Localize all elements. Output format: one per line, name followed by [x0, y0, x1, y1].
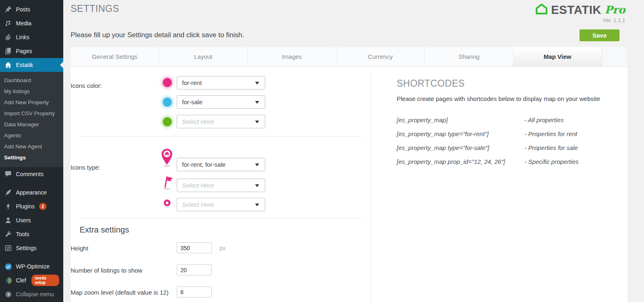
sidebar-item-label: WP-Optimize [16, 263, 49, 270]
submenu-item-dashboard[interactable]: Dashboard [0, 75, 63, 86]
select-placeholder: Select Here [182, 118, 214, 125]
map-zoom-level-input[interactable] [177, 286, 212, 298]
submenu-item-settings[interactable]: Settings [0, 152, 63, 163]
listings-count-label: Number of listings to show [71, 267, 142, 274]
tab-map-view[interactable]: Map View [513, 47, 602, 66]
listings-count-input[interactable] [177, 264, 212, 275]
sidebar-item-label: Clef [16, 277, 26, 284]
sidebar-item-posts[interactable]: Posts [0, 2, 63, 16]
shortcode-specific: [es_property_map prop_id="12, 24, 26"] [397, 158, 505, 165]
submenu-item-my-listings[interactable]: My listings [0, 86, 63, 97]
submenu-item-add-new-property[interactable]: Add New Property [0, 97, 63, 108]
comment-bubble-icon [4, 170, 12, 178]
paperclip-icon [4, 33, 12, 41]
icons-color-select-green[interactable]: Select Here [177, 115, 265, 128]
tab-currency[interactable]: Currency [336, 47, 425, 66]
shortcode-all-properties: [es_property_map] [397, 116, 448, 123]
section-divider [80, 218, 362, 218]
clef-logo-icon [4, 276, 12, 284]
select-value: for-sale [182, 98, 202, 105]
chevron-down-icon [255, 163, 259, 168]
sidebar-item-pages[interactable]: Pages [0, 44, 63, 58]
page-title: SETTINGS [71, 3, 119, 14]
sidebar-item-links[interactable]: Links [0, 30, 63, 44]
shortcode-desc: - Properties for rent [524, 130, 577, 137]
sidebar-item-wp-optimize[interactable]: WP-Optimize [0, 259, 63, 273]
sidebar-item-label: Users [16, 217, 31, 224]
sidebar-item-settings[interactable]: Settings [0, 241, 63, 255]
sidebar-item-media[interactable]: Media [0, 16, 63, 30]
clef-needs-setup-badge: needs setup [31, 275, 59, 286]
version-label: Ver. 1.1.1 [535, 17, 625, 23]
sidebar-item-appearance[interactable]: Appearance [0, 186, 63, 199]
submenu-item-data-manager[interactable]: Data Manager [0, 119, 63, 130]
icons-type-select-pin[interactable]: for-rent, for-sale [177, 158, 265, 171]
sidebar-item-label: Collapse menu [16, 291, 54, 298]
icons-type-label: Icons type: [71, 164, 100, 171]
green-color-dot [163, 117, 172, 126]
user-icon [4, 216, 12, 224]
chevron-down-icon [255, 184, 259, 189]
sidebar-item-label: Plugins [16, 203, 35, 210]
pink-color-dot [163, 78, 172, 87]
sidebar-item-plugins[interactable]: Plugins 2 [0, 199, 63, 213]
shortcode-desc: - Properties for sale [524, 144, 578, 151]
wp-optimize-check-icon [4, 262, 12, 271]
chevron-down-icon [255, 101, 259, 106]
plug-icon [4, 202, 12, 210]
brand-name: ESTATIK [551, 4, 601, 16]
circle-marker-icon [164, 199, 171, 208]
blue-color-dot [163, 98, 172, 107]
submenu-item-import-csv-property[interactable]: Import CSV Property [0, 108, 63, 119]
select-value: for-rent [182, 79, 202, 86]
sidebar-item-comments[interactable]: Comments [0, 167, 63, 181]
sidebar-separator [0, 181, 63, 186]
sidebar-item-label: Tools [16, 231, 29, 237]
wrench-icon [4, 230, 12, 238]
sidebar-item-estatik[interactable]: Estatik [0, 58, 63, 72]
map-zoom-level-label: Map zoom level (default value is 12) [71, 289, 169, 296]
sidebar-item-clef[interactable]: Clef needs setup [0, 273, 63, 287]
estatik-logo: ESTATIK Pro Ver. 1.1.1 [535, 3, 625, 23]
sidebar-item-users[interactable]: Users [0, 213, 63, 227]
shortcode-for-rent: [es_property_map type="for-rent"] [397, 130, 489, 137]
map-view-panel: Icons color: for-rent for-sale Select He… [71, 67, 627, 302]
brand-pro-label: Pro [604, 4, 625, 15]
paintbrush-icon [4, 188, 12, 197]
save-button[interactable]: Save [580, 29, 620, 41]
estatik-submenu: Dashboard My listings Add New Property I… [0, 72, 63, 167]
height-unit-label: px [220, 245, 226, 251]
column-divider [371, 75, 371, 302]
sidebar-item-label: Comments [16, 171, 44, 177]
pages-icon [4, 47, 12, 55]
sidebar-item-label: Posts [16, 6, 30, 13]
sidebar-item-label: Estatik [16, 62, 33, 68]
shortcode-desc: - All properties [524, 116, 564, 123]
icons-type-select-flag[interactable]: Select Here [177, 179, 265, 192]
tab-layout[interactable]: Layout [159, 47, 248, 66]
extra-settings-heading: Extra settings [80, 225, 129, 235]
sliders-icon [4, 244, 12, 252]
icons-type-select-circle[interactable]: Select Here [177, 198, 265, 211]
sidebar-separator [0, 255, 63, 259]
icons-color-select-pink[interactable]: for-rent [177, 76, 265, 89]
height-label: Height [71, 245, 88, 252]
pushpin-icon [4, 5, 12, 13]
wp-admin-sidebar: Posts Media Links Pages Estatik Dashboar… [0, 0, 63, 302]
shortcodes-description: Please create pages with shortcodes belo… [397, 95, 600, 102]
estatik-settings-screen: Posts Media Links Pages Estatik Dashboar… [0, 0, 644, 302]
submenu-item-agents[interactable]: Agents [0, 130, 63, 141]
sidebar-item-collapse-menu[interactable]: Collapse menu [0, 287, 63, 301]
tab-sharing[interactable]: Sharing [425, 47, 513, 66]
submenu-item-add-new-agent[interactable]: Add New Agent [0, 141, 63, 152]
icons-color-select-blue[interactable]: for-sale [177, 95, 265, 109]
media-notes-icon [4, 19, 12, 27]
sidebar-item-tools[interactable]: Tools [0, 227, 63, 241]
height-input[interactable] [177, 242, 212, 253]
sidebar-item-label: Links [16, 34, 29, 40]
icons-color-label: Icons color: [71, 82, 102, 89]
settings-instruction-text: Please fill up your Settings detail and … [71, 31, 244, 39]
tab-general-settings[interactable]: General Settings [71, 47, 159, 66]
current-item-arrow [57, 62, 63, 68]
tab-images[interactable]: Images [248, 47, 336, 66]
